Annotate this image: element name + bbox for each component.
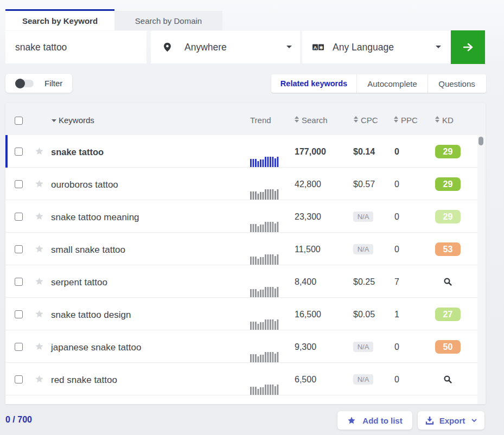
svg-text:A: A (314, 45, 317, 50)
svg-text:✱: ✱ (319, 45, 323, 50)
